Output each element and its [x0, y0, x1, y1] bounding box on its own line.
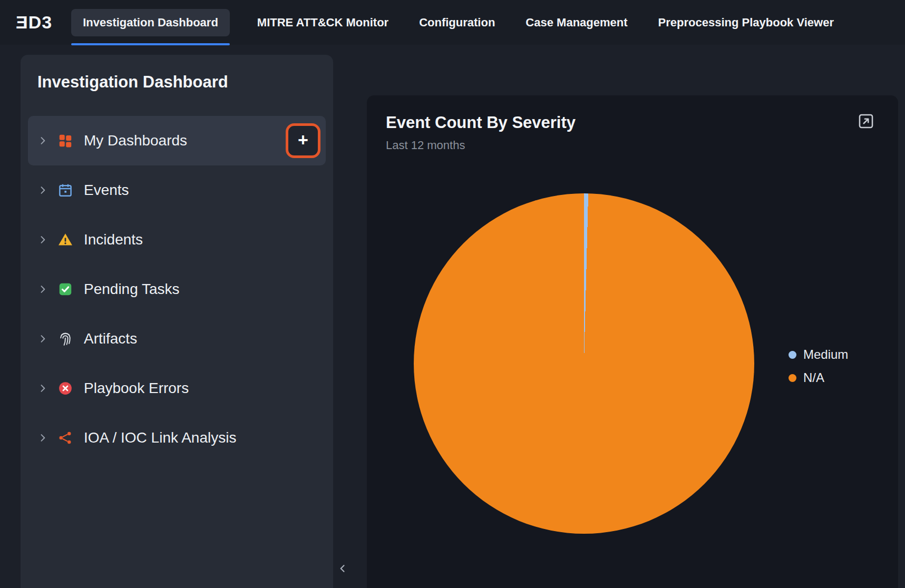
chevron-right-icon [37, 284, 48, 295]
sidebar-item-my-dashboards[interactable]: My Dashboards+ [28, 116, 326, 165]
chevron-right-icon [37, 185, 48, 195]
sidebar-item-incidents[interactable]: Incidents [28, 215, 326, 264]
sidebar-item-playbook-errors[interactable]: Playbook Errors [28, 364, 326, 413]
sidebar-item-pending-tasks[interactable]: Pending Tasks [28, 264, 326, 314]
tab-mitre-att-ck-monitor[interactable]: MITRE ATT&CK Monitor [254, 9, 392, 36]
tab-configuration[interactable]: Configuration [416, 9, 498, 36]
warning-icon [57, 232, 73, 248]
fingerprint-icon [57, 331, 73, 347]
open-in-new-icon [857, 112, 875, 130]
legend-label: N/A [803, 370, 824, 385]
tab-preprocessing-playbook-viewer[interactable]: Preprocessing Playbook Viewer [655, 9, 837, 36]
legend-dot-icon [789, 374, 796, 382]
link-analysis-icon [57, 430, 73, 446]
add-dashboard-button[interactable]: + [286, 123, 320, 158]
legend-item-n-a[interactable]: N/A [789, 370, 848, 385]
sidebar-item-label: Events [84, 182, 129, 199]
chevron-right-icon [37, 383, 48, 394]
sidebar-item-artifacts[interactable]: Artifacts [28, 314, 326, 364]
chevron-right-icon [37, 334, 48, 344]
sidebar-item-label: IOA / IOC Link Analysis [84, 429, 236, 446]
sidebar-panel: Investigation Dashboard My Dashboards+Ev… [21, 55, 333, 588]
expand-chart-button[interactable] [857, 112, 875, 130]
chart-legend: MediumN/A [789, 347, 848, 385]
chart-title: Event Count By Severity [386, 113, 879, 132]
legend-dot-icon [789, 351, 796, 359]
task-check-icon [57, 281, 73, 297]
sidebar-menu: My Dashboards+EventsIncidentsPending Tas… [28, 116, 326, 463]
error-icon [57, 380, 73, 396]
severity-pie-chart[interactable] [414, 193, 754, 534]
sidebar-item-label: Artifacts [84, 330, 137, 347]
chevron-left-icon [337, 563, 348, 574]
chevron-right-icon [37, 135, 48, 146]
legend-item-medium[interactable]: Medium [789, 347, 848, 362]
sidebar-item-label: Incidents [84, 231, 143, 248]
d3-logo[interactable]: ƎD3 [16, 12, 52, 33]
severity-chart-card: Event Count By Severity Last 12 months M… [367, 95, 898, 588]
tab-investigation-dashboard[interactable]: Investigation Dashboard [71, 9, 230, 36]
app-screen: ƎD3 Investigation DashboardMITRE ATT&CK … [0, 0, 905, 588]
sidebar-item-label: Playbook Errors [84, 380, 189, 397]
sidebar-item-events[interactable]: Events [28, 165, 326, 215]
sidebar-collapse-button[interactable] [335, 560, 350, 577]
chevron-right-icon [37, 234, 48, 245]
sidebar-item-ioa-ioc-link-analysis[interactable]: IOA / IOC Link Analysis [28, 413, 326, 463]
top-nav: ƎD3 Investigation DashboardMITRE ATT&CK … [0, 0, 905, 45]
sidebar-item-label: My Dashboards [84, 132, 187, 149]
sidebar-item-label: Pending Tasks [84, 281, 180, 298]
legend-label: Medium [803, 347, 848, 362]
dashboards-icon [57, 133, 73, 149]
sidebar-title: Investigation Dashboard [37, 73, 326, 92]
chevron-right-icon [37, 433, 48, 443]
calendar-icon [57, 182, 73, 198]
nav-tabs: Investigation DashboardMITRE ATT&CK Moni… [71, 0, 837, 45]
chart-subtitle: Last 12 months [386, 139, 879, 152]
tab-case-management[interactable]: Case Management [522, 9, 630, 36]
